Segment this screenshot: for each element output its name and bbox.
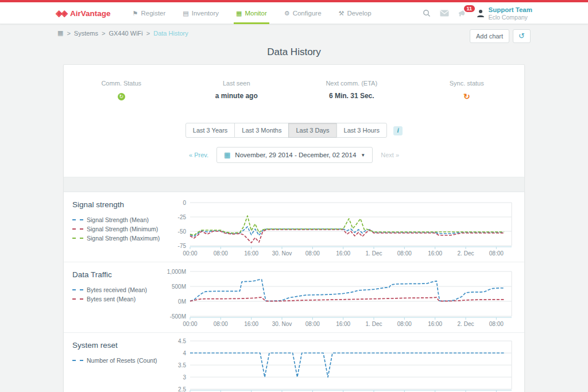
legend-item: Bytes sent (Mean) [72,296,163,302]
charts-divider [64,177,524,192]
notifications-icon[interactable]: 11 [458,9,467,17]
chart-system-reset: System reset Number of Resets (Count) 4.… [64,332,524,392]
signal-strength-plot: 0-25-50-7500:0008:0016:0030. Nov08:0016:… [163,195,523,262]
svg-text:4: 4 [183,350,186,356]
chart-data-traffic: Data Traffic Bytes received (Mean)Bytes … [64,262,524,332]
range-last-3-hours[interactable]: Last 3 Hours [336,123,387,138]
messages-icon[interactable] [440,10,449,17]
svg-text:2. Dec: 2. Dec [458,321,474,327]
date-range-value: November, 29 2014 - December, 02 2014 [235,152,356,158]
flag-icon: ⚑ [133,10,138,17]
range-last-3-years[interactable]: Last 3 Years [185,123,235,138]
svg-text:16:00: 16:00 [336,321,350,327]
chart-legend: Signal Strength (Mean)Signal Strength (M… [72,216,163,242]
airvantage-logo[interactable]: ◈◈ AirVantage [56,8,111,18]
data-traffic-plot: 1,000M500M0M-500M00:0008:0016:0030. Nov0… [163,265,523,332]
legend-label: Signal Strength (Mean) [87,216,149,223]
svg-text:00:00: 00:00 [183,250,197,257]
svg-text:1. Dec: 1. Dec [366,250,382,257]
sub-header: ▦ > Systems > GX440 WiFi > Data History … [57,24,531,43]
svg-text:08:00: 08:00 [489,321,504,327]
legend-label: Signal Strength (Minimum) [87,226,158,232]
svg-text:-75: -75 [178,243,187,249]
chart-title: Signal strength [72,200,163,209]
svg-text:30. Nov: 30. Nov [272,250,292,257]
svg-text:16:00: 16:00 [428,250,442,257]
svg-text:3.5: 3.5 [178,362,186,368]
svg-text:16:00: 16:00 [428,321,442,327]
add-chart-button[interactable]: Add chart [470,29,509,43]
chart-signal-strength: Signal strength Signal Strength (Mean)Si… [64,192,524,262]
user-menu[interactable]: Support Team Eclo Company [477,6,532,21]
info-icon[interactable]: i [393,126,403,135]
legend-item: Bytes received (Mean) [72,286,163,293]
next-comm-value: 6 Min. 31 Sec. [294,92,409,100]
breadcrumb-systems[interactable]: Systems [74,30,98,37]
range-button-group: Last 3 Years Last 3 Months Last 3 Days L… [185,123,387,138]
top-navbar: ◈◈ AirVantage ⚑ Register ▤ Inventory ▦ M… [0,0,588,24]
legend-dash-icon [72,360,83,361]
next-link[interactable]: Next » [381,152,399,158]
legend-item: Signal Strength (Minimum) [72,226,163,232]
notification-badge: 11 [463,4,477,13]
calendar-icon: ▦ [224,151,230,159]
svg-text:-25: -25 [178,214,187,220]
last-seen-value: a minute ago [179,92,295,100]
svg-text:30. Nov: 30. Nov [272,321,292,327]
breadcrumb-system[interactable]: GX440 WiFi [109,30,142,37]
svg-text:1,000M: 1,000M [167,269,186,275]
tools-icon: ⚒ [339,10,345,17]
next-comm-label: Next comm. (ETA) [294,80,409,87]
svg-text:08:00: 08:00 [214,250,228,257]
comm-status-icon: ↻ [118,93,125,100]
svg-text:08:00: 08:00 [214,321,228,327]
nav-item-configure[interactable]: ⚙ Configure [284,2,322,24]
svg-text:1. Dec: 1. Dec [366,321,382,327]
legend-dash-icon [72,289,83,290]
chevron-down-icon: ▼ [361,153,365,158]
legend-label: Signal Strength (Maximum) [87,235,160,242]
search-icon[interactable] [423,9,431,17]
prev-link[interactable]: « Prev. [189,152,208,158]
sync-status-icon: ↻ [463,92,470,101]
user-company: Eclo Company [489,14,532,21]
legend-item: Number of Resets (Count) [72,357,163,364]
nav-item-inventory[interactable]: ▤ Inventory [183,2,219,24]
nav-label: Configure [293,10,322,17]
breadcrumb-separator: > [102,30,105,37]
legend-label: Number of Resets (Count) [87,357,157,364]
user-avatar-icon [477,9,485,18]
legend-dash-icon [72,298,83,300]
range-last-3-days[interactable]: Last 3 Days [288,123,336,138]
svg-text:08:00: 08:00 [305,250,320,257]
chart-title: System reset [72,341,163,350]
svg-text:16:00: 16:00 [244,321,258,327]
main-nav: ⚑ Register ▤ Inventory ▦ Monitor ⚙ Confi… [133,2,372,24]
nav-label: Develop [347,10,371,17]
nav-label: Inventory [192,10,219,17]
svg-text:08:00: 08:00 [397,250,412,257]
svg-text:0: 0 [183,200,186,206]
user-name: Support Team [489,6,532,14]
nav-item-monitor[interactable]: ▦ Monitor [236,2,267,24]
undo-button[interactable]: ↺ [513,29,531,43]
nav-item-register[interactable]: ⚑ Register [133,2,166,24]
chart-title: Data Traffic [72,270,163,279]
date-navigation: « Prev. ▦ November, 29 2014 - December, … [64,141,524,177]
nav-item-develop[interactable]: ⚒ Develop [339,2,372,24]
date-range-picker[interactable]: ▦ November, 29 2014 - December, 02 2014 … [216,147,373,163]
range-last-3-months[interactable]: Last 3 Months [234,123,289,138]
airvantage-logo-icon: ◈◈ [56,8,67,18]
svg-text:-500M: -500M [170,313,186,320]
sync-status-label: Sync. status [409,80,525,87]
svg-text:00:00: 00:00 [183,321,197,327]
legend-label: Bytes sent (Mean) [87,296,136,302]
systems-grid-icon[interactable]: ▦ [57,29,63,37]
legend-item: Signal Strength (Maximum) [72,235,163,242]
breadcrumb-separator: > [67,30,70,37]
svg-text:4.5: 4.5 [178,338,186,344]
svg-text:16:00: 16:00 [336,250,350,257]
svg-text:3: 3 [183,374,186,381]
breadcrumb-separator: > [146,30,150,37]
monitor-icon: ▦ [236,10,242,17]
